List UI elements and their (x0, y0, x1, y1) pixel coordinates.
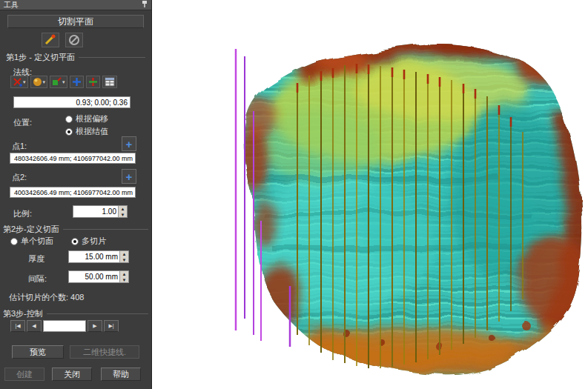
spin-up-icon[interactable]: ▲ (119, 206, 127, 212)
radio-by-value[interactable]: 根据结值 (65, 126, 108, 137)
spinner-buttons: ▲ ▼ (119, 271, 128, 282)
pin-icon[interactable] (142, 0, 148, 10)
spin-down-icon[interactable]: ▼ (119, 212, 127, 218)
radio-circle (10, 238, 18, 245)
thickness-spinner: ▲ ▼ (68, 250, 129, 263)
last-slice-button[interactable]: ▶| (104, 320, 119, 332)
slice-index-field[interactable] (43, 320, 86, 332)
point2-label: 点2: (12, 172, 27, 183)
point1-input[interactable] (10, 153, 136, 164)
step2-group-title: 第2步-定义切面 (3, 224, 148, 235)
normal-sphere-icon[interactable]: ▾ (30, 76, 48, 88)
circle-slash-icon (67, 34, 81, 46)
point1-label: 点1: (12, 141, 27, 152)
radio-by-offset[interactable]: 根据偏移 (65, 113, 108, 124)
help-button[interactable]: 帮助 (101, 368, 141, 381)
normal-pick-icon[interactable]: ▾ (10, 76, 28, 88)
point2-input[interactable] (10, 187, 136, 198)
normal-tools: ▾ ▾ ▾ (10, 76, 117, 88)
normal-table-icon[interactable] (102, 76, 117, 88)
point1-pick-button[interactable]: + (122, 136, 136, 151)
create-button[interactable]: 创建 (4, 368, 44, 381)
next-slice-button[interactable]: ▶ (87, 320, 102, 332)
ratio-label: 比例: (13, 208, 32, 219)
normal-axis-icon[interactable] (70, 76, 84, 88)
slice-navigator: |◀ ◀ ▶ ▶| (10, 320, 119, 332)
spin-up-icon[interactable]: ▲ (120, 251, 128, 257)
radio-circle (65, 116, 73, 123)
forbid-icon[interactable] (65, 33, 83, 47)
ratio-spinner: ▲ ▼ (73, 205, 128, 218)
thickness-label: 厚度 (28, 253, 44, 265)
ratio-input[interactable] (73, 206, 118, 217)
slice-count-estimate: 估计切片的个数: 408 (9, 292, 84, 303)
close-button[interactable]: 关闭 (52, 368, 92, 381)
cutting-plane-header: 切割平面 (7, 15, 144, 28)
normal-vector-input[interactable] (13, 96, 131, 108)
radio-single-section[interactable]: 单个切面 (10, 236, 53, 247)
viewport-3d[interactable] (152, 0, 588, 389)
cutting-plane-title: 切割平面 (58, 16, 93, 28)
wand-icon (44, 34, 57, 46)
point-cloud-render (152, 0, 588, 389)
polyline-button[interactable]: 二维快捷线. (70, 345, 139, 359)
tool-panel: 工具 切割平面 第1步 - (0, 0, 152, 389)
thickness-input[interactable] (69, 251, 119, 262)
normal-object-icon[interactable]: ▾ (50, 76, 67, 88)
interval-spinner: ▲ ▼ (68, 270, 129, 283)
measure-icon[interactable] (42, 33, 59, 47)
spin-down-icon[interactable]: ▼ (120, 257, 128, 263)
radio-circle (71, 238, 79, 245)
pick-cross-icon: + (126, 171, 133, 182)
step3-group-title: 第3步-控制 (3, 308, 148, 319)
normal-invert-icon[interactable] (86, 76, 100, 88)
panel-toolbar (42, 33, 83, 47)
spin-down-icon[interactable]: ▼ (120, 277, 128, 283)
spin-up-icon[interactable]: ▲ (120, 271, 128, 277)
preview-button[interactable]: 预览 (12, 345, 64, 359)
point2-pick-button[interactable]: + (122, 169, 136, 184)
pick-cross-icon: + (126, 139, 133, 150)
panel-titlebar[interactable]: 工具 (0, 0, 151, 10)
position-label: 位置: (13, 117, 32, 128)
spinner-buttons: ▲ ▼ (119, 251, 128, 262)
radio-circle (65, 128, 73, 136)
panel-title: 工具 (4, 0, 19, 10)
spinner-buttons: ▲ ▼ (118, 206, 127, 217)
first-slice-button[interactable]: |◀ (10, 320, 25, 332)
step1-group-title: 第1步 - 定义切平面 (6, 52, 145, 63)
interval-label: 间隔: (28, 273, 47, 285)
interval-input[interactable] (69, 271, 119, 282)
radio-multi-slice[interactable]: 多切片 (71, 236, 106, 247)
previous-slice-button[interactable]: ◀ (27, 320, 42, 332)
application-window: 工具 切割平面 第1步 - (0, 0, 588, 389)
